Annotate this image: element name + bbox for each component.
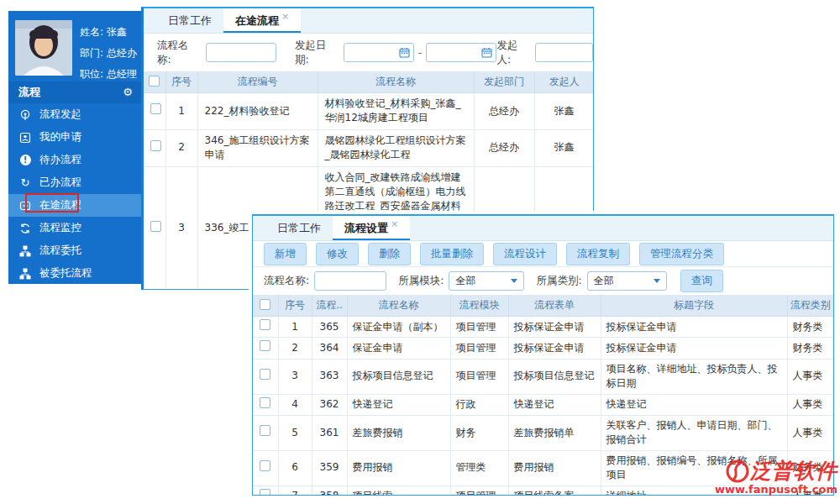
cell: 1 bbox=[165, 93, 197, 130]
cell: 投标保证金申请 bbox=[508, 338, 601, 359]
cell: 快递登记 bbox=[508, 394, 601, 415]
transit-icon bbox=[18, 199, 32, 213]
column-header[interactable]: 流程类别 bbox=[787, 295, 833, 317]
column-header[interactable]: 发起部门 bbox=[474, 71, 534, 93]
close-icon[interactable]: × bbox=[391, 218, 398, 229]
row-checkbox[interactable] bbox=[260, 489, 270, 496]
column-header[interactable]: 流程名称 bbox=[347, 295, 450, 317]
column-header[interactable]: 流程.. bbox=[312, 295, 347, 317]
table-header-row: 序号流程..流程名称流程模块流程表单标题字段流程类别 bbox=[253, 295, 833, 317]
sidebar-item-pending-processes[interactable]: ! 待办流程 bbox=[8, 149, 141, 171]
row-checkbox[interactable] bbox=[150, 140, 161, 151]
cell: 材料验收登记_材料采购_张鑫_华润12城房建工程项目 bbox=[318, 93, 474, 130]
checkbox-cell bbox=[253, 415, 278, 450]
cell: 项目管理 bbox=[450, 317, 508, 338]
select-all-checkbox[interactable] bbox=[149, 76, 160, 87]
sidebar-item-my-applications[interactable]: 我的申请 bbox=[8, 126, 141, 149]
close-icon[interactable]: × bbox=[281, 11, 289, 22]
cell: 详细地址 bbox=[601, 486, 787, 496]
column-header[interactable]: 标题字段 bbox=[601, 295, 787, 317]
table-row[interactable]: 6359费用报销管理类费用报销费用报销、报销编号、报销名称、所属项目财务类 bbox=[253, 450, 833, 486]
toolbar-button-4[interactable]: 批量删除 bbox=[420, 243, 484, 265]
checkbox-cell bbox=[144, 93, 165, 130]
category-dropdown[interactable]: 全部 bbox=[587, 271, 667, 291]
back-filter-bar: 流程名称: 发起日期: - 发起人: bbox=[144, 34, 593, 71]
calendar-icon[interactable] bbox=[481, 47, 492, 60]
column-header[interactable]: 序号 bbox=[278, 295, 312, 317]
toolbar-button-7[interactable]: 管理流程分类 bbox=[639, 243, 724, 265]
row-checkbox[interactable] bbox=[260, 397, 270, 408]
column-header[interactable]: 流程名称 bbox=[318, 71, 474, 93]
cell: 项目管理 bbox=[450, 359, 508, 394]
column-header[interactable]: 流程编号 bbox=[197, 71, 318, 93]
table-row[interactable]: 2346_施工组织设计方案申请晟铭园林绿化工程组织设计方案_晟铭园林绿化工程总经… bbox=[144, 129, 594, 166]
cell: 222_材料验收登记 bbox=[197, 93, 318, 130]
start-date-from-input[interactable] bbox=[344, 43, 414, 62]
tab-process-settings[interactable]: 流程设置× bbox=[333, 216, 410, 240]
column-header[interactable]: 发起人 bbox=[534, 71, 594, 93]
select-all-checkbox[interactable] bbox=[260, 299, 270, 310]
tab-daily-work[interactable]: 日常工作 bbox=[265, 216, 333, 240]
row-checkbox[interactable] bbox=[260, 425, 270, 436]
table-header-row: 序号流程编号流程名称发起部门发起人 bbox=[144, 71, 594, 93]
sidebar-item-process-delegation[interactable]: 流程委托 bbox=[8, 239, 141, 262]
column-header[interactable]: 序号 bbox=[165, 71, 197, 93]
id-card-icon bbox=[18, 131, 32, 144]
gear-icon[interactable]: ⚙ bbox=[123, 86, 133, 99]
back-tab-bar: 日常工作 在途流程× bbox=[144, 8, 593, 34]
toolbar-button-3[interactable]: 删除 bbox=[368, 243, 411, 265]
tab-daily-work[interactable]: 日常工作 bbox=[156, 8, 223, 33]
cell: 359 bbox=[312, 450, 347, 486]
cell: 管理类 bbox=[450, 450, 508, 486]
sidebar-item-process-monitor[interactable]: 流程监控 bbox=[8, 217, 141, 239]
calendar-icon[interactable] bbox=[399, 47, 410, 60]
cell: 362 bbox=[312, 394, 347, 415]
start-date-to-input[interactable] bbox=[426, 43, 496, 62]
process-name-input[interactable] bbox=[206, 43, 276, 62]
process-settings-table: 序号流程..流程名称流程模块流程表单标题字段流程类别 1365保证金申请（副本）… bbox=[253, 295, 833, 496]
cell: 财务类 bbox=[787, 450, 833, 486]
initiator-input[interactable] bbox=[535, 43, 593, 62]
toolbar-button-6[interactable]: 流程复制 bbox=[566, 243, 630, 265]
initiator-label: 发起人: bbox=[496, 39, 530, 67]
process-name-input[interactable] bbox=[314, 271, 386, 291]
row-checkbox[interactable] bbox=[260, 340, 270, 351]
profile-title: 职位: 总经理 bbox=[80, 64, 137, 85]
cell: 358 bbox=[312, 486, 347, 496]
row-checkbox[interactable] bbox=[260, 319, 270, 330]
toolbar-button-1[interactable]: 新增 bbox=[264, 243, 307, 265]
table-row[interactable]: 5361差旅费报销财务差旅费报销单关联客户、报销人、申请日期、部门、报销合计人事… bbox=[253, 415, 833, 450]
module-dropdown[interactable]: 全部 bbox=[449, 271, 524, 291]
table-row[interactable]: 1222_材料验收登记材料验收登记_材料采购_张鑫_华润12城房建工程项目总经办… bbox=[144, 93, 594, 130]
table-row[interactable]: 2364保证金申请项目管理投标保证金申请投标保证金申请财务类 bbox=[253, 338, 833, 359]
table-row[interactable]: 7358项目线索项目管理项目线索备案详细地址人事类 bbox=[253, 486, 833, 496]
table-row[interactable]: 4362快递登记行政快递登记快递登记人事类 bbox=[253, 394, 833, 415]
table-row[interactable]: 3363投标项目信息登记项目管理投标项目信息登记项目名称、详细地址、投标负责人、… bbox=[253, 359, 833, 394]
sitemap-icon bbox=[18, 267, 32, 281]
sidebar-item-process-start[interactable]: 流程发起 bbox=[8, 103, 141, 126]
tab-in-transit-process[interactable]: 在途流程× bbox=[223, 8, 301, 33]
cell: 1 bbox=[278, 317, 312, 338]
checkbox-cell bbox=[253, 359, 278, 394]
sidebar-item-label: 流程发起 bbox=[39, 108, 81, 122]
column-header[interactable]: 流程表单 bbox=[508, 295, 601, 317]
sidebar: 姓名: 张鑫 部门: 总经办 职位: 总经理 流程 ⚙ 流程发起 我的申请 ! … bbox=[8, 11, 141, 284]
alert-icon: ! bbox=[18, 154, 32, 167]
row-checkbox[interactable] bbox=[150, 221, 161, 232]
sidebar-item-in-transit-processes[interactable]: 在途流程 bbox=[8, 194, 141, 217]
cell: 项目管理 bbox=[450, 486, 508, 496]
row-checkbox[interactable] bbox=[260, 460, 270, 471]
row-checkbox[interactable] bbox=[260, 369, 270, 380]
cell: 人事类 bbox=[787, 415, 833, 450]
cell: 投标项目信息登记 bbox=[347, 359, 450, 394]
toolbar-button-2[interactable]: 修改 bbox=[316, 243, 359, 265]
sidebar-item-label: 被委托流程 bbox=[39, 266, 92, 281]
sidebar-item-delegated-processes[interactable]: 被委托流程 bbox=[8, 262, 141, 285]
column-header[interactable]: 流程模块 bbox=[450, 295, 508, 317]
toolbar-button-5[interactable]: 流程设计 bbox=[493, 243, 557, 265]
cell: 人事类 bbox=[787, 394, 833, 415]
sidebar-item-completed-processes[interactable]: ↻ 已办流程 bbox=[8, 171, 141, 194]
row-checkbox[interactable] bbox=[150, 103, 161, 114]
search-button[interactable]: 查询 bbox=[680, 270, 723, 292]
table-row[interactable]: 1365保证金申请（副本）项目管理投标保证金申请投标保证金申请财务类 bbox=[253, 317, 833, 338]
